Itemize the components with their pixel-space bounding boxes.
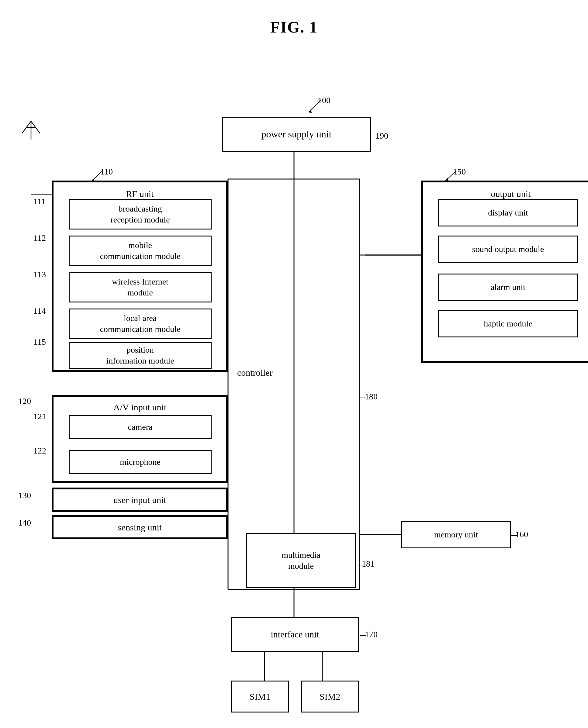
sound-output-module-box: sound output module [438, 236, 578, 263]
haptic-module-box: haptic module [438, 310, 578, 337]
position-information-module-box: position information module [69, 342, 212, 369]
label-130: 130 [18, 491, 31, 500]
alarm-unit-box: alarm unit [438, 274, 578, 301]
arrow-110 [88, 170, 103, 182]
label-120: 120 [18, 397, 31, 406]
arrow-100 [306, 99, 324, 114]
label-121: 121 [34, 411, 46, 421]
label-190: 190 [376, 131, 388, 141]
output-unit-label: output unit [423, 188, 588, 200]
label-115: 115 [34, 337, 46, 347]
label-160: 160 [515, 530, 528, 539]
sensing-unit-box: sensing unit [52, 515, 228, 539]
interface-unit-box: interface unit [231, 617, 359, 652]
rf-unit-label: RF unit [54, 188, 226, 200]
tick-181 [357, 562, 363, 568]
multimedia-module-box: multimedia module [246, 533, 356, 588]
label-181: 181 [362, 559, 375, 569]
label-112: 112 [34, 233, 46, 243]
memory-unit-box: memory unit [401, 521, 511, 548]
tick-180 [360, 395, 366, 401]
camera-box: camera [69, 415, 212, 439]
rf-unit-box: RF unit broadcasting reception module mo… [52, 180, 228, 372]
wireless-internet-module-box: wireless Internet module [69, 272, 212, 302]
broadcasting-reception-module-box: broadcasting reception module [69, 199, 212, 230]
av-input-unit-label: A/V input unit [54, 401, 226, 413]
label-180: 180 [365, 392, 378, 402]
local-area-communication-module-box: local area communication module [69, 308, 212, 339]
mobile-communication-module-box: mobile communication module [69, 236, 212, 266]
user-input-unit-box: user input unit [52, 488, 228, 512]
power-supply-unit-box: power supply unit [222, 117, 371, 152]
av-input-unit-box: A/V input unit camera microphone [52, 395, 228, 483]
diagram: 100 power supply unit 190 110 RF unit br… [0, 48, 588, 728]
arrow-150 [442, 169, 458, 182]
microphone-box: microphone [69, 450, 212, 474]
antenna-icon [19, 112, 43, 143]
label-114: 114 [34, 306, 46, 316]
sim2-box: SIM2 [301, 681, 359, 712]
label-140: 140 [18, 518, 31, 528]
label-113: 113 [34, 270, 46, 279]
output-unit-box: output unit display unit sound output mo… [421, 180, 588, 363]
sim1-box: SIM1 [231, 681, 289, 712]
label-170: 170 [365, 629, 378, 639]
tick-190 [371, 131, 377, 137]
display-unit-box: display unit [438, 199, 578, 227]
tick-170 [360, 633, 366, 639]
controller-label: controller [237, 367, 273, 378]
label-122: 122 [34, 446, 46, 456]
label-111: 111 [34, 197, 46, 207]
figure-title: FIG. 1 [0, 0, 588, 48]
tick-160 [511, 533, 517, 539]
